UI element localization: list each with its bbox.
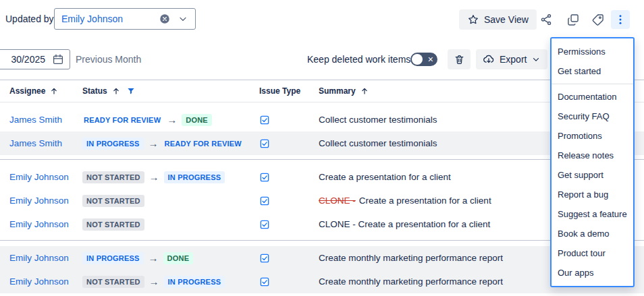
tag-button[interactable]: [589, 10, 608, 29]
status-arrow-icon: →: [149, 171, 159, 183]
summary-column-header[interactable]: Summary: [319, 86, 356, 96]
toggle-off-icon: ×: [428, 53, 433, 66]
status-to-badge: DONE: [163, 252, 194, 264]
export-label: Export: [500, 54, 527, 65]
delete-button[interactable]: [448, 49, 471, 69]
export-button[interactable]: Export: [476, 49, 547, 69]
status-from-badge: IN PROGRESS: [82, 252, 144, 264]
status-from-badge: NOT STARTED: [82, 195, 144, 207]
table-row[interactable]: Emily Johnson NOT STARTED → IN PROGRESS …: [0, 165, 644, 189]
history-table: Assignee Status Issue Type Summary: [0, 80, 644, 296]
task-checkbox-icon: [259, 138, 270, 149]
keep-deleted-toggle[interactable]: ×: [410, 53, 437, 66]
table-header-row: Assignee Status Issue Type Summary: [0, 80, 644, 102]
previous-month-link[interactable]: Previous Month: [76, 54, 141, 65]
star-icon: [467, 13, 479, 26]
assignee-link[interactable]: Emily Johnson: [9, 276, 69, 287]
assignee-link[interactable]: Emily Johnson: [9, 196, 69, 206]
table-row[interactable]: James Smith READY FOR REVIEW → DONE Coll…: [0, 108, 644, 131]
copy-button[interactable]: [564, 10, 583, 29]
row-group: Emily Johnson IN PROGRESS → DONE Create …: [0, 241, 644, 296]
kebab-menu-icon: [614, 13, 626, 26]
filter-icon[interactable]: [126, 86, 136, 96]
share-button[interactable]: [537, 10, 556, 29]
sort-asc-icon[interactable]: [360, 86, 369, 96]
chevron-down-icon[interactable]: [178, 13, 188, 24]
assignee-column-header[interactable]: Assignee: [9, 86, 45, 96]
updated-by-select[interactable]: Emily Johnson: [54, 8, 196, 30]
issue-type-column-header[interactable]: Issue Type: [259, 86, 300, 96]
task-checkbox-icon: [259, 172, 270, 183]
more-actions-menu: Permissions Get started Documentation Se…: [550, 37, 635, 287]
assignee-link[interactable]: Emily Johnson: [9, 219, 69, 229]
row-group: Emily Johnson NOT STARTED → IN PROGRESS …: [0, 160, 644, 241]
menu-item-documentation[interactable]: Documentation: [552, 87, 633, 107]
task-checkbox-icon: [259, 219, 270, 230]
sort-asc-icon[interactable]: [111, 86, 121, 96]
status-to-badge: IN PROGRESS: [164, 276, 225, 288]
table-row[interactable]: Emily Johnson NOT STARTED CLONE - Create…: [0, 189, 644, 212]
menu-item-release-notes[interactable]: Release notes: [552, 146, 633, 165]
sort-asc-icon[interactable]: [49, 86, 59, 96]
menu-item-our-apps[interactable]: Our apps: [552, 263, 633, 283]
task-checkbox-icon: [259, 115, 270, 125]
toggle-knob: [412, 54, 423, 65]
menu-item-get-started[interactable]: Get started: [552, 61, 633, 81]
menu-item-book-a-demo[interactable]: Book a demo: [552, 224, 633, 243]
share-icon: [539, 13, 553, 26]
menu-item-report-a-bug[interactable]: Report a bug: [552, 185, 633, 204]
updated-by-value: Emily Johnson: [61, 13, 152, 24]
status-arrow-icon: →: [149, 276, 159, 287]
date-input[interactable]: 30/2025: [0, 49, 70, 69]
download-icon: [483, 53, 495, 65]
chevron-down-icon: [531, 55, 541, 64]
table-row[interactable]: Emily Johnson IN PROGRESS → DONE Create …: [0, 246, 644, 270]
row-group: James Smith READY FOR REVIEW → DONE Coll…: [0, 102, 644, 160]
status-from-badge: NOT STARTED: [82, 276, 144, 288]
status-from-badge: IN PROGRESS: [82, 138, 144, 150]
work-item-history-page: Updated by: Emily Johnson Save View: [0, 0, 644, 296]
more-actions-button[interactable]: [611, 10, 630, 29]
assignee-link[interactable]: James Smith: [9, 115, 62, 125]
status-arrow-icon: →: [167, 114, 177, 125]
task-checkbox-icon: [259, 196, 270, 206]
clear-icon[interactable]: [159, 13, 171, 25]
menu-item-product-tour[interactable]: Product tour: [552, 243, 633, 263]
assignee-link[interactable]: Emily Johnson: [9, 172, 69, 182]
task-checkbox-icon: [259, 276, 270, 287]
copy-icon: [566, 13, 580, 26]
status-to-badge: READY FOR REVIEW: [163, 138, 243, 150]
status-column-header[interactable]: Status: [82, 86, 107, 96]
status-from-badge: READY FOR REVIEW: [82, 114, 162, 126]
status-to-badge: IN PROGRESS: [164, 171, 225, 183]
menu-item-security-faq[interactable]: Security FAQ: [552, 107, 633, 126]
calendar-icon[interactable]: [52, 53, 64, 65]
status-from-badge: NOT STARTED: [82, 171, 144, 183]
save-view-button[interactable]: Save View: [459, 9, 537, 30]
status-from-badge: NOT STARTED: [82, 218, 144, 231]
tag-icon: [591, 13, 605, 26]
assignee-link[interactable]: Emily Johnson: [9, 253, 69, 263]
status-arrow-icon: →: [149, 138, 159, 149]
table-row[interactable]: Emily Johnson NOT STARTED → IN PROGRESS …: [0, 270, 644, 293]
menu-item-permissions[interactable]: Permissions: [552, 42, 633, 61]
trash-icon: [454, 54, 465, 65]
menu-divider: [552, 84, 633, 84]
menu-item-suggest-a-feature[interactable]: Suggest a feature: [552, 204, 633, 224]
summary-strike-text: CLONE -: [319, 196, 356, 206]
updated-by-label: Updated by:: [5, 13, 57, 24]
keep-deleted-label: Keep deleted work items: [307, 54, 410, 65]
status-to-badge: DONE: [182, 114, 212, 126]
date-value: 30/2025: [11, 54, 45, 65]
table-row[interactable]: James Smith IN PROGRESS → READY FOR REVI…: [0, 131, 644, 155]
menu-item-promotions[interactable]: Promotions: [552, 126, 633, 146]
status-arrow-icon: →: [149, 252, 159, 264]
save-view-label: Save View: [484, 14, 529, 25]
menu-item-get-support[interactable]: Get support: [552, 165, 633, 185]
summary-text: Create a presentation for a client: [359, 196, 491, 206]
task-checkbox-icon: [259, 253, 270, 264]
table-row[interactable]: Emily Johnson NOT STARTED CLONE - Create…: [0, 212, 644, 236]
assignee-link[interactable]: James Smith: [9, 138, 62, 148]
